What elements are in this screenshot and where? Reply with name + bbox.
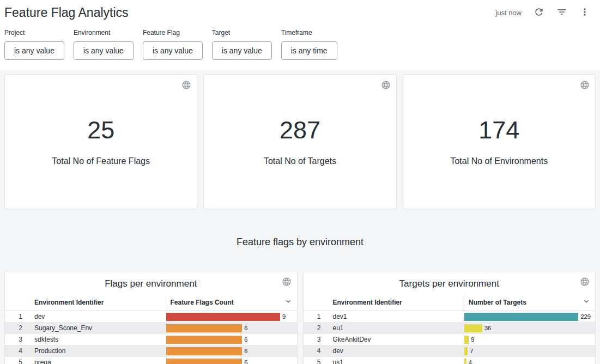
- count-value: 9: [282, 313, 286, 320]
- environment-name: prega: [30, 359, 166, 364]
- filter-project-value-button[interactable]: is any value: [4, 41, 64, 60]
- row-index: 5: [5, 359, 30, 364]
- row-index: 1: [304, 313, 329, 320]
- table-title: Targets per environment: [304, 271, 596, 295]
- filter-label: Project: [4, 29, 64, 37]
- table-row[interactable]: 2 eu1 36: [304, 323, 596, 334]
- count-bar: [166, 324, 243, 332]
- tables-row: Flags per environment Environment Identi…: [4, 271, 596, 364]
- filter-environment: Environment is any value: [74, 29, 134, 60]
- kpi-tile-environments: 174 Total No of Environments: [403, 74, 596, 209]
- row-index: 3: [5, 336, 30, 343]
- column-header-count-label: Feature Flags Count: [171, 299, 234, 306]
- kpi-row: 25 Total No of Feature Flags 287 Total N…: [4, 74, 596, 209]
- row-index: 1: [5, 313, 30, 320]
- page-title: Feature Flag Analytics: [4, 5, 129, 20]
- kebab-menu-icon: [579, 7, 590, 19]
- count-value: 7: [470, 348, 473, 354]
- count-value: 4: [469, 359, 472, 364]
- table-row[interactable]: 5 us1 4: [304, 357, 596, 364]
- row-index: 4: [304, 347, 329, 355]
- count-bar: [464, 324, 482, 332]
- dashboard-body: 25 Total No of Feature Flags 287 Total N…: [0, 70, 600, 364]
- kpi-value: 25: [87, 118, 114, 142]
- count-bar: [166, 336, 243, 344]
- count-value: 9: [471, 336, 474, 343]
- table-row[interactable]: 4 dev 7: [304, 345, 596, 357]
- table-row[interactable]: 2 Sugary_Scone_Env 6: [5, 323, 297, 334]
- table-body: 1 dev1 229 2 eu1 36 3 GkeAnkitDev 9 4 de…: [304, 311, 596, 364]
- environment-name: dev1: [329, 313, 464, 320]
- table-row[interactable]: 1 dev 9: [5, 311, 297, 323]
- filter-feature-flag-value-button[interactable]: is any value: [143, 41, 203, 60]
- filter-button[interactable]: [554, 4, 569, 21]
- refresh-icon: [534, 7, 544, 19]
- count-value: 36: [484, 325, 491, 331]
- environment-name: Sugary_Scone_Env: [30, 324, 166, 332]
- row-index: 5: [304, 359, 329, 364]
- filter-feature-flag: Feature Flag is any value: [143, 29, 203, 60]
- refresh-button[interactable]: [531, 4, 547, 21]
- filter-target: Target is any value: [212, 29, 272, 60]
- header-actions: just now: [495, 4, 592, 21]
- environment-name: dev: [30, 313, 166, 320]
- sort-chevron-down-icon: [284, 297, 293, 307]
- dashboard-header: Feature Flag Analytics just now: [0, 0, 600, 23]
- table-header: Environment Identifier Number of Targets: [304, 295, 596, 311]
- environment-name: sdktests: [30, 336, 166, 343]
- count-bar: [464, 313, 578, 321]
- index-column-header: [304, 300, 329, 306]
- index-column-header: [5, 300, 30, 306]
- kpi-tile-targets: 287 Total No of Targets: [203, 74, 396, 209]
- filter-timeframe-value-button[interactable]: is any time: [281, 41, 337, 60]
- kpi-value: 174: [478, 118, 519, 142]
- kpi-label: Total No of Feature Flags: [52, 156, 150, 166]
- count-value: 6: [244, 325, 247, 331]
- filter-label: Timeframe: [281, 29, 337, 37]
- tile-globe-button[interactable]: [579, 276, 591, 289]
- filter-label: Feature Flag: [143, 29, 203, 37]
- column-header-environment[interactable]: Environment Identifier: [329, 296, 464, 310]
- table-tile-flags-per-environment: Flags per environment Environment Identi…: [4, 271, 298, 364]
- refresh-status: just now: [495, 9, 522, 17]
- table-row[interactable]: 5 prega 6: [5, 357, 297, 364]
- column-header-environment[interactable]: Environment Identifier: [30, 296, 166, 310]
- table-row[interactable]: 3 GkeAnkitDev 9: [304, 334, 596, 345]
- count-bar: [166, 313, 280, 321]
- table-row[interactable]: 1 dev1 229: [304, 311, 596, 323]
- environment-name: Production: [30, 347, 166, 355]
- count-value: 6: [244, 336, 247, 343]
- count-bar: [166, 347, 243, 355]
- tile-globe-button[interactable]: [281, 276, 293, 289]
- filter-bar: Project is any value Environment is any …: [0, 23, 600, 60]
- environment-name: GkeAnkitDev: [329, 336, 464, 343]
- tile-globe-button[interactable]: [180, 79, 192, 93]
- table-row[interactable]: 4 Production 6: [5, 345, 297, 357]
- kpi-label: Total No of Environments: [450, 156, 548, 166]
- tile-globe-button[interactable]: [380, 79, 392, 93]
- top-bar: Feature Flag Analytics just now Proje: [0, 0, 600, 70]
- globe-icon: [580, 83, 590, 92]
- kpi-label: Total No of Targets: [264, 156, 336, 166]
- globe-icon: [381, 83, 391, 92]
- sort-chevron-down-icon: [582, 297, 591, 307]
- count-bar: [464, 336, 469, 344]
- count-bar: [464, 359, 466, 364]
- row-index: 4: [5, 347, 30, 355]
- row-index: 3: [304, 336, 329, 343]
- filter-target-value-button[interactable]: is any value: [212, 41, 272, 60]
- filter-environment-value-button[interactable]: is any value: [74, 41, 134, 60]
- table-body: 1 dev 9 2 Sugary_Scone_Env 6 3 sdktests …: [5, 311, 297, 364]
- tile-globe-button[interactable]: [579, 79, 591, 93]
- environment-name: us1: [329, 359, 464, 364]
- table-title: Flags per environment: [5, 271, 297, 295]
- more-menu-button[interactable]: [577, 4, 592, 21]
- filter-timeframe: Timeframe is any time: [281, 29, 337, 60]
- row-index: 2: [304, 324, 329, 332]
- count-bar: [464, 347, 468, 355]
- column-header-count[interactable]: Feature Flags Count: [166, 295, 297, 311]
- column-header-targets[interactable]: Number of Targets: [464, 295, 595, 311]
- kpi-tile-feature-flags: 25 Total No of Feature Flags: [4, 74, 197, 209]
- table-row[interactable]: 3 sdktests 6: [5, 334, 297, 345]
- count-bar: [166, 359, 243, 364]
